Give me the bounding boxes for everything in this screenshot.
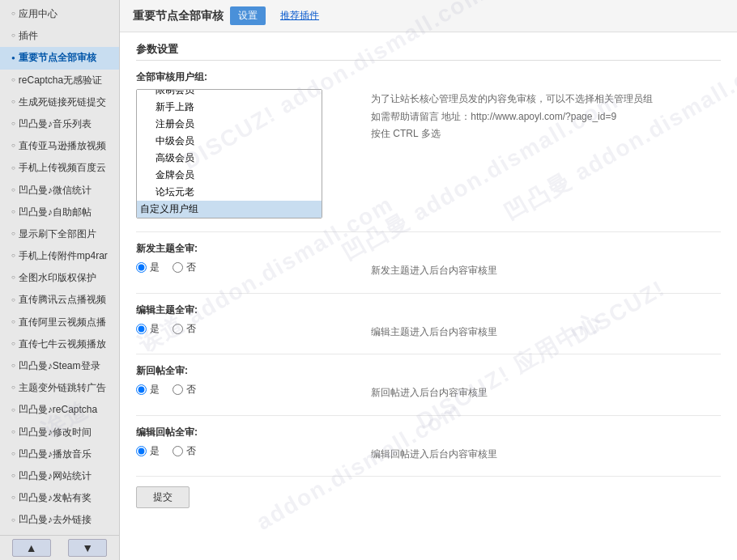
page-header: 重要节点全部审核 设置 推荐插件	[120, 0, 737, 32]
sidebar-item-app-center[interactable]: 应用中心	[0, 3, 119, 25]
new-topic-radio-container: 是 否	[136, 261, 347, 274]
divider-2	[136, 293, 721, 294]
sidebar-item-qiniu-video[interactable]: 直传七牛云视频播放	[0, 333, 119, 355]
sidebar-item-plugins[interactable]: 插件	[0, 25, 119, 47]
new-reply-tip: 新回帖进入后台内容审核里	[371, 383, 721, 402]
user-group-inline: 空 会员用户组 限制会员 新手上路 注册会员 中级会员 高级会员 金牌会员 论坛…	[136, 89, 721, 218]
new-topic-no-radio[interactable]	[173, 262, 183, 273]
edit-reply-no-radio[interactable]	[173, 446, 183, 456]
new-topic-row: 新发主题全审: 是 否 新发主题进入后台内容审核里	[136, 242, 721, 280]
sidebar-item-music-player[interactable]: 凹凸曼♪播放音乐	[0, 443, 119, 465]
sidebar-item-recaptcha2[interactable]: 凹凸曼♪reCaptcha	[0, 399, 119, 421]
sidebar-item-web-stat[interactable]: 凹凸曼♪网站统计	[0, 465, 119, 487]
divider-5	[136, 476, 721, 477]
divider-1	[136, 231, 721, 232]
edit-reply-label: 编辑回帖全审:	[136, 426, 721, 439]
user-group-row: 全部审核用户组: 空 会员用户组 限制会员 新手上路 注册会员 中级会员 高级会…	[136, 70, 721, 218]
edit-topic-radio-group: 是 否	[136, 322, 347, 336]
new-topic-tip: 新发主题进入后台内容审核里	[371, 261, 721, 280]
new-topic-yes-label[interactable]: 是	[136, 261, 160, 274]
sidebar-item-wechat-stat[interactable]: 凹凸曼♪微信统计	[0, 180, 119, 202]
sidebar-item-watermark[interactable]: 全图水印版权保护	[0, 267, 119, 289]
user-group-tip: 为了让站长核心管理员发的内容免审核，可以不选择相关管理员组 如需帮助请留言 地址…	[371, 89, 721, 143]
new-topic-radio-group: 是 否	[136, 261, 347, 274]
sidebar-item-video-player[interactable]: 直传亚马逊播放视频	[0, 135, 119, 157]
edit-reply-yes-label[interactable]: 是	[136, 444, 160, 458]
edit-reply-row: 编辑回帖全审: 是 否 编辑回帖进入后台内容审核里	[136, 426, 721, 464]
new-topic-label: 新发主题全审:	[136, 242, 721, 256]
new-reply-no-label[interactable]: 否	[173, 383, 196, 397]
sidebar-down-button[interactable]: ▼	[68, 539, 107, 557]
sidebar-navigation: ▲ ▼	[0, 535, 119, 560]
edit-reply-tip: 编辑回帖进入后台内容审核里	[371, 444, 721, 464]
sidebar-item-post-reward[interactable]: 凹凸曼♪发帖有奖	[0, 487, 119, 509]
new-reply-label: 新回帖全审:	[136, 364, 721, 378]
sidebar-item-important-review[interactable]: 重要节点全部审核	[0, 47, 119, 69]
main-content: 重要节点全部审核 设置 推荐插件 参数设置 全部审核用户组: 空 会员用户组 限…	[120, 0, 737, 560]
sidebar-item-recaptcha[interactable]: reCaptcha无感验证	[0, 70, 119, 91]
user-group-select-container: 空 会员用户组 限制会员 新手上路 注册会员 中级会员 高级会员 金牌会员 论坛…	[136, 89, 347, 218]
sidebar-item-mp4rar[interactable]: 手机上传附件mp4rar	[0, 245, 119, 267]
new-reply-no-radio[interactable]	[173, 384, 183, 395]
edit-topic-tip: 编辑主题进入后台内容审核里	[371, 322, 721, 342]
edit-reply-radio-container: 是 否	[136, 444, 347, 458]
page-title: 重要节点全部审核	[133, 9, 224, 23]
sidebar-item-edit-time[interactable]: 凹凸曼♪修改时间	[0, 422, 119, 443]
user-group-select[interactable]: 空 会员用户组 限制会员 新手上路 注册会员 中级会员 高级会员 金牌会员 论坛…	[136, 89, 322, 218]
edit-topic-yes-radio[interactable]	[136, 324, 147, 334]
new-topic-inline: 是 否 新发主题进入后台内容审核里	[136, 261, 721, 280]
section-title: 参数设置	[136, 42, 721, 61]
tab-settings[interactable]: 设置	[230, 6, 266, 25]
tab-recommend-plugins[interactable]: 推荐插件	[272, 6, 327, 25]
divider-3	[136, 354, 721, 354]
new-reply-radio-group: 是 否	[136, 383, 347, 397]
user-group-label: 全部审核用户组:	[136, 70, 721, 84]
edit-topic-inline: 是 否 编辑主题进入后台内容审核里	[136, 322, 721, 342]
divider-4	[136, 415, 721, 416]
edit-reply-inline: 是 否 编辑回帖进入后台内容审核里	[136, 444, 721, 464]
sidebar-item-tencent-video[interactable]: 直传腾讯云点播视频	[0, 289, 119, 311]
edit-topic-row: 编辑主题全审: 是 否 编辑主题进入后台内容审核里	[136, 303, 721, 342]
edit-reply-yes-radio[interactable]	[136, 446, 147, 456]
edit-topic-no-radio[interactable]	[173, 324, 183, 334]
sidebar-item-theme-ads[interactable]: 主题变外链跳转广告	[0, 377, 119, 399]
sidebar-up-button[interactable]: ▲	[12, 539, 51, 557]
sidebar-item-auto-post[interactable]: 凹凸曼♪自助邮帖	[0, 202, 119, 223]
new-reply-yes-radio[interactable]	[136, 384, 147, 395]
new-reply-inline: 是 否 新回帖进入后台内容审核里	[136, 383, 721, 402]
sidebar-item-mobile-baidu[interactable]: 手机上传视频百度云	[0, 157, 119, 179]
new-topic-no-label[interactable]: 否	[173, 261, 196, 274]
edit-reply-no-label[interactable]: 否	[173, 444, 196, 458]
sidebar-item-remove-outer-link[interactable]: 凹凸曼♪去外链接	[0, 509, 119, 531]
new-reply-yes-label[interactable]: 是	[136, 383, 160, 397]
sidebar-item-show-all-img[interactable]: 显示刷下全部图片	[0, 223, 119, 245]
sidebar-item-deadlink[interactable]: 生成死链接死链提交	[0, 91, 119, 113]
edit-topic-label: 编辑主题全审:	[136, 303, 721, 317]
sidebar-item-aliyun-video[interactable]: 直传阿里云视频点播	[0, 312, 119, 333]
submit-row: 提交	[136, 486, 721, 508]
new-reply-row: 新回帖全审: 是 否 新回帖进入后台内容审核里	[136, 364, 721, 402]
edit-topic-no-label[interactable]: 否	[173, 322, 196, 336]
sidebar-item-steam-login[interactable]: 凹凸曼♪Steam登录	[0, 355, 119, 377]
edit-reply-radio-group: 是 否	[136, 444, 347, 458]
submit-button[interactable]: 提交	[136, 486, 190, 508]
settings-content: 参数设置 全部审核用户组: 空 会员用户组 限制会员 新手上路 注册会员 中级会…	[120, 32, 737, 531]
edit-topic-yes-label[interactable]: 是	[136, 322, 160, 336]
sidebar-item-music-list[interactable]: 凹凸曼♪音乐列表	[0, 113, 119, 135]
sidebar: 应用中心 插件 重要节点全部审核 reCaptcha无感验证 生成死链接死链提交…	[0, 0, 120, 560]
edit-topic-radio-container: 是 否	[136, 322, 347, 336]
new-reply-radio-container: 是 否	[136, 383, 347, 397]
new-topic-yes-radio[interactable]	[136, 262, 147, 273]
